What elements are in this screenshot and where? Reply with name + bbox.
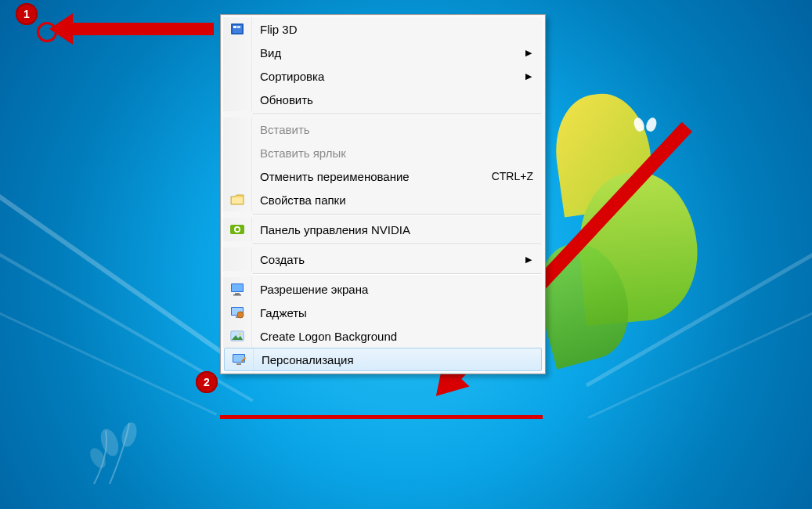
menu-item-label: Гаджеты: [252, 306, 543, 319]
svg-rect-8: [237, 26, 240, 28]
menu-item-label: Flip 3D: [252, 23, 543, 36]
menu-item-logonbg[interactable]: Create Logon Background: [223, 324, 543, 348]
menu-separator: [253, 114, 541, 115]
nvidia-icon: [223, 218, 252, 241]
folderopt-icon: [223, 188, 252, 211]
desktop-wallpaper[interactable]: 1 2 Flip 3DВид▶Сортировка▶ОбновитьВстави…: [0, 0, 812, 509]
wallpaper-plant: [86, 415, 180, 486]
svg-rect-14: [235, 293, 240, 294]
menu-icon-empty: [223, 164, 252, 188]
menu-icon-empty: [223, 41, 252, 64]
menu-item-label: Сортировка: [252, 70, 525, 83]
menu-item-screenres[interactable]: Разрешение экрана: [223, 277, 543, 301]
svg-marker-3: [49, 13, 214, 45]
svg-rect-15: [233, 294, 241, 296]
submenu-arrow-icon: ▶: [525, 254, 543, 265]
flip3d-icon: [223, 17, 252, 41]
annotation-underline: [220, 415, 543, 419]
menu-item-paste: Вставить: [223, 117, 543, 141]
svg-rect-7: [233, 26, 236, 28]
screenres-icon: [223, 277, 252, 301]
menu-item-label: Вставить: [252, 123, 543, 136]
svg-rect-13: [232, 284, 243, 291]
menu-item-label: Обновить: [252, 93, 543, 106]
submenu-arrow-icon: ▶: [525, 71, 543, 81]
wallpaper-leaf: [525, 86, 697, 352]
menu-item-refresh[interactable]: Обновить: [223, 88, 543, 111]
menu-item-label: Вид: [252, 46, 525, 60]
annotation-badge-1: 1: [16, 3, 38, 25]
menu-item-label: Вставить ярлык: [252, 146, 543, 160]
menu-icon-empty: [223, 247, 252, 271]
menu-icon-empty: [223, 141, 252, 164]
svg-point-11: [236, 228, 239, 231]
menu-item-label: Свойства папки: [252, 193, 543, 207]
menu-item-sort[interactable]: Сортировка▶: [223, 64, 543, 88]
menu-icon-empty: [223, 64, 252, 88]
menu-item-gadgets[interactable]: Гаджеты: [223, 301, 543, 324]
menu-item-label: Create Logon Background: [252, 330, 543, 343]
annotation-arrow-1: [45, 9, 218, 56]
menu-separator: [253, 244, 541, 245]
menu-icon-empty: [223, 88, 252, 111]
menu-separator: [253, 214, 541, 215]
menu-item-new[interactable]: Создать▶: [223, 247, 543, 271]
menu-item-folderopt[interactable]: Свойства папки: [223, 188, 543, 211]
menu-item-label: Персонализация: [254, 353, 541, 366]
menu-item-label: Создать: [252, 253, 525, 266]
menu-item-flip3d[interactable]: Flip 3D: [223, 17, 543, 41]
menu-item-label: Отменить переименование: [252, 170, 492, 183]
wallpaper-butterfly: [634, 117, 656, 135]
submenu-arrow-icon: ▶: [525, 48, 543, 58]
menu-icon-empty: [223, 117, 252, 141]
menu-item-shortcut: CTRL+Z: [492, 170, 543, 182]
svg-point-19: [237, 312, 244, 318]
personal-icon: [225, 348, 254, 370]
menu-separator: [253, 273, 541, 275]
menu-item-view[interactable]: Вид▶: [223, 41, 543, 64]
logonbg-icon: [223, 324, 252, 348]
desktop-context-menu: Flip 3DВид▶Сортировка▶ОбновитьВставитьВс…: [220, 14, 546, 374]
menu-item-personal[interactable]: Персонализация: [224, 348, 542, 371]
svg-rect-9: [232, 197, 243, 204]
gadgets-icon: [223, 301, 252, 324]
menu-item-label: Разрешение экрана: [252, 283, 543, 296]
svg-rect-26: [236, 363, 241, 365]
menu-item-undo[interactable]: Отменить переименованиеCTRL+Z: [223, 164, 543, 188]
menu-item-label: Панель управления NVIDIA: [252, 223, 543, 236]
annotation-badge-2: 2: [196, 371, 218, 393]
svg-point-23: [238, 333, 240, 335]
menu-item-pastelnk: Вставить ярлык: [223, 141, 543, 164]
menu-item-nvidia[interactable]: Панель управления NVIDIA: [223, 218, 543, 241]
svg-point-1: [119, 421, 139, 449]
right-click-marker: [37, 22, 57, 42]
